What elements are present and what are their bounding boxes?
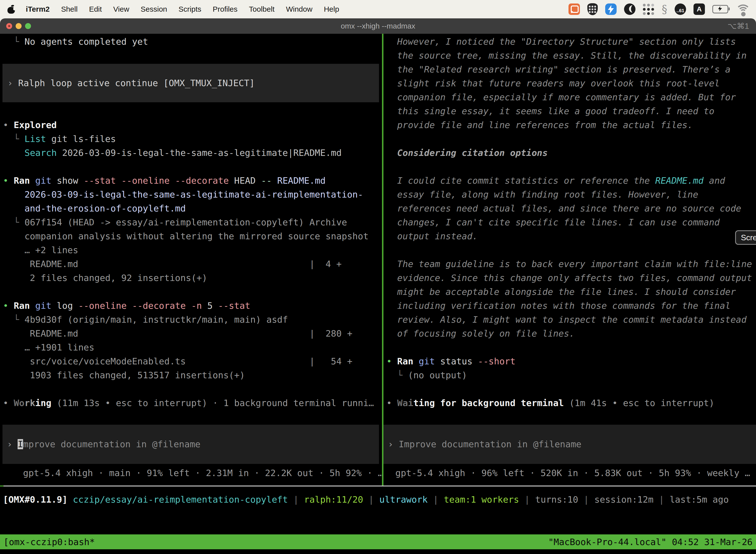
text-segment: › xyxy=(388,439,398,449)
text-segment: README.md xyxy=(277,175,326,186)
agents-status-block: └ No agents completed yet xyxy=(3,35,382,49)
window-title-bar: omx --xhigh --madmax ⌥⌘1 xyxy=(0,18,756,34)
text-segment: (no output) xyxy=(408,370,467,380)
menu-item-shell[interactable]: Shell xyxy=(61,5,78,13)
text-segment: I xyxy=(18,439,23,449)
model-status-left-text: gpt-5.4 xhigh · main · 91% left · 2.31M … xyxy=(23,466,382,480)
terminal-line: Search 2026-03-09-is-legal-the-same-as-l… xyxy=(3,146,382,160)
menu-item-session[interactable]: Session xyxy=(141,5,167,13)
terminal-line: └ (no output) xyxy=(386,368,756,382)
terminal-line: 2026-03-09-is-legal-the-same-as-legitima… xyxy=(3,188,382,202)
terminal-line: • Waiting for background terminal (1m 41… xyxy=(386,396,756,410)
text-segment: › xyxy=(7,439,18,449)
text-segment: review. Also, I might want to inspect th… xyxy=(386,315,747,325)
text-segment: --stat xyxy=(83,175,116,186)
text-segment: might be acceptable alongside the file l… xyxy=(386,287,736,297)
apple-menu-icon[interactable] xyxy=(7,5,15,14)
text-segment: Wo xyxy=(14,398,24,408)
battery-charging-icon[interactable] xyxy=(712,5,728,13)
menu-item-help[interactable]: Help xyxy=(324,5,339,13)
terminal-line: including verification notes with those … xyxy=(386,299,756,313)
terminal-line: output instead. xyxy=(386,229,756,243)
text-segment: Ralph loop active continue [OMX_TMUX_INJ… xyxy=(18,78,255,88)
text-segment: README.md xyxy=(655,175,704,186)
badge-61-icon[interactable]: ..61 xyxy=(675,3,686,15)
text-segment: | xyxy=(288,494,304,505)
text-segment: • xyxy=(386,356,397,366)
tmux-pane-right[interactable]: However, I noticed the "Directory Struct… xyxy=(383,34,756,486)
text-segment: references need actual files, and since … xyxy=(386,203,741,214)
text-segment: | xyxy=(428,494,444,505)
text-segment: of focusing solely on file lines. xyxy=(386,328,575,339)
input-source-icon[interactable]: A xyxy=(693,3,705,15)
terminal-line: references need actual files, and since … xyxy=(386,202,756,215)
text-segment: the source tree, missing the essay. Stil… xyxy=(386,50,747,61)
text-segment: rk xyxy=(24,398,35,408)
omx-status-text: [OMX#0.11.9] cczip/essay/ai-reimplementa… xyxy=(3,493,729,507)
text-segment: No agents completed yet xyxy=(24,37,148,47)
desktop: { "menu_bar": { "app_name": "iTerm2", "m… xyxy=(0,0,756,554)
pie-chart-icon[interactable] xyxy=(624,3,635,15)
text-segment: --short xyxy=(478,356,516,366)
shield-grid-icon[interactable] xyxy=(587,3,598,15)
text-segment: [OMX#0.11.9] xyxy=(3,494,73,505)
text-segment: Ran xyxy=(14,300,30,311)
menu-item-scripts[interactable]: Scripts xyxy=(179,5,201,13)
terminal-line xyxy=(386,132,756,146)
text-segment: and xyxy=(704,175,725,186)
dots-grid-icon[interactable] xyxy=(643,3,654,15)
text-segment: mprove documentation in @filename xyxy=(23,439,200,449)
terminal-line xyxy=(386,243,756,257)
hexagon-bolt-icon[interactable] xyxy=(605,3,617,15)
text-segment: the "Related research writing" section i… xyxy=(386,64,731,74)
prompt-input-left[interactable]: › Improve documentation in @filename xyxy=(2,425,379,464)
text-segment: git xyxy=(35,175,51,186)
text-segment: show xyxy=(51,175,83,186)
prompt-placeholder-left: › Improve documentation in @filename xyxy=(7,437,200,451)
terminal-line: └ 4b9d30f (origin/main, instructkr/main,… xyxy=(3,313,382,327)
text-segment: Explored xyxy=(14,120,57,130)
pane-divider-corner xyxy=(0,486,3,487)
terminal-line: The team guideline is to back every impo… xyxy=(386,257,756,271)
text-segment: However, I noticed the "Directory Struct… xyxy=(386,37,736,47)
pane-divider-horizontal[interactable] xyxy=(0,486,756,487)
working-status-line: • Working (11m 13s • esc to interrupt) ·… xyxy=(3,396,382,410)
terminal-line xyxy=(3,160,382,174)
text-segment: I could cite commit statistics or refere… xyxy=(386,175,655,186)
battery-bolt xyxy=(718,6,722,11)
text-segment: Ran xyxy=(14,175,30,186)
tmux-session-window-label[interactable]: [omx-cczip0:bash* xyxy=(3,537,95,547)
text-segment xyxy=(30,175,35,186)
bolt-glyph xyxy=(608,5,614,14)
wifi-icon[interactable] xyxy=(736,4,749,14)
terminal-line: └ List git ls-files xyxy=(3,132,382,146)
text-segment: slight risk that future readers may over… xyxy=(386,78,720,88)
menu-item-edit[interactable]: Edit xyxy=(89,5,102,13)
text-segment: team:1 workers xyxy=(444,494,519,505)
menu-item-toolbelt[interactable]: Toolbelt xyxy=(249,5,274,13)
text-segment: (1m 41s • esc to interrupt) xyxy=(564,398,714,408)
tmux-pane-left[interactable]: └ No agents completed yet › Ralph loop a… xyxy=(0,34,382,486)
text-segment: └ xyxy=(3,315,24,325)
text-segment: --decorate xyxy=(132,300,186,311)
menu-item-profiles[interactable]: Profiles xyxy=(212,5,237,13)
battery-nub xyxy=(729,7,730,10)
menu-item-window[interactable]: Window xyxy=(286,5,313,13)
text-segment: The team guideline is to back every impo… xyxy=(386,259,752,269)
text-segment: 1903 files changed, 513517 insertions(+) xyxy=(3,370,245,380)
prompt-input-right[interactable]: › Improve documentation in @filename xyxy=(383,425,756,464)
terminal-line: • Ran git log --oneline --decorate -n 5 … xyxy=(3,299,382,313)
squiggle-icon[interactable]: § xyxy=(662,3,667,16)
text-segment: git xyxy=(35,300,51,311)
terminal-line: companion analysis without altering the … xyxy=(3,229,382,243)
menu-item-view[interactable]: View xyxy=(113,5,129,13)
chat-bubble-icon[interactable] xyxy=(568,3,580,15)
terminal-line: … +1901 lines xyxy=(3,340,382,354)
menu-app-name[interactable]: iTerm2 xyxy=(26,5,50,13)
terminal-line: 2 files changed, 92 insertions(+) xyxy=(3,271,382,285)
text-segment: -- xyxy=(261,175,271,186)
terminal-window: └ No agents completed yet › Ralph loop a… xyxy=(0,34,756,554)
text-segment: -n xyxy=(191,300,202,311)
terminal-line: src/voice/voiceModeEnabled.ts | 54 + xyxy=(3,354,382,368)
text-segment: evidence. Since this change only affects… xyxy=(386,273,752,283)
